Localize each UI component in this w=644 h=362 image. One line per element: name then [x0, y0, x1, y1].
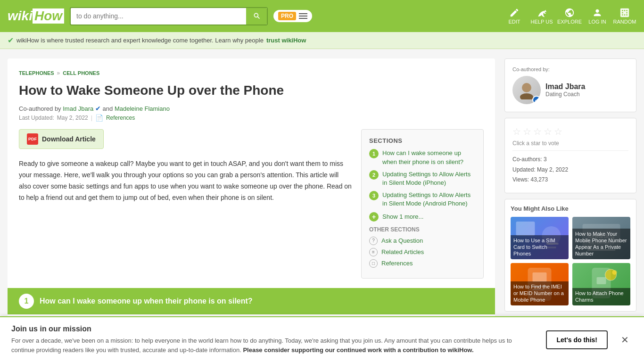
related-articles-link[interactable]: Related Articles	[381, 248, 424, 255]
last-updated-date: May 2, 2022	[57, 115, 88, 121]
cookie-banner: Join us in our mission For over a decade…	[0, 316, 644, 345]
section-link-2[interactable]: Updating Settings to Allow Alerts in Sil…	[382, 170, 476, 187]
article-main: PDF Download Article Ready to give someo…	[19, 129, 484, 278]
star-5[interactable]: ☆	[554, 126, 562, 137]
svg-point-10	[520, 93, 533, 99]
rating-stats: Co-authors: 3 Updated: May 2, 2022 Views…	[512, 150, 628, 185]
section-item-3: 3 Updating Settings to Allow Alerts in S…	[369, 191, 476, 208]
download-article-button[interactable]: PDF Download Article	[19, 129, 104, 149]
svg-rect-20	[533, 272, 547, 282]
show-more-label: Show 1 more...	[382, 213, 423, 220]
nav-item-help[interactable]: HELP US	[530, 8, 553, 25]
section-link-3[interactable]: Updating Settings to Allow Alerts in Sil…	[382, 191, 476, 208]
related-item-4[interactable]: How to Attach Phone Charms	[572, 263, 630, 305]
related-item-3[interactable]: How to Find the IMEI or MEID Number on a…	[511, 263, 569, 305]
star-1[interactable]: ☆	[512, 126, 521, 137]
nav-item-login[interactable]: LOG IN	[586, 8, 609, 25]
related-item-2[interactable]: forwarding ed numbers How to Make Your M…	[572, 217, 630, 259]
other-section-ask[interactable]: ? Ask a Question	[369, 237, 476, 245]
edit-icon	[509, 8, 520, 18]
related-item-1[interactable]: How to Use a SIM Card to Switch Phones	[511, 217, 569, 259]
other-sections-title: OTHER SECTIONS	[369, 226, 476, 233]
verified-icon: ✔	[8, 36, 14, 45]
svg-point-7	[624, 14, 626, 16]
svg-point-5	[626, 12, 627, 14]
hamburger-menu[interactable]	[299, 13, 307, 19]
section-num-2: 2	[369, 170, 379, 180]
svg-point-8	[626, 14, 627, 16]
pro-badge[interactable]: PRO	[273, 10, 312, 22]
sections-box: SECTIONS 1 How can I wake someone up whe…	[361, 129, 484, 278]
star-3[interactable]: ☆	[533, 126, 542, 137]
nav-label-random: RANDOM	[613, 19, 636, 25]
svg-point-3	[626, 10, 627, 11]
question-icon: ?	[369, 237, 378, 245]
user-icon	[592, 8, 603, 18]
related-item-3-overlay: How to Find the IMEI or MEID Number on a…	[511, 281, 569, 305]
search-icon	[253, 12, 260, 19]
references-section-link[interactable]: References	[381, 260, 413, 267]
views-stat: Views: 43,273	[512, 175, 628, 185]
cookie-close-button[interactable]: ✕	[617, 332, 633, 345]
related-card: You Might Also Like How to Use a SIM Car…	[504, 199, 636, 312]
svg-point-25	[612, 270, 617, 275]
svg-rect-11	[516, 222, 535, 236]
show-more-button[interactable]: + Show 1 more...	[369, 212, 476, 222]
help-icon	[537, 8, 547, 18]
svg-rect-26	[597, 277, 606, 284]
logo[interactable]: wikiHow	[8, 8, 64, 24]
star-rating: ☆ ☆ ☆ ☆ ☆	[512, 126, 628, 137]
related-icon: ≡	[369, 248, 378, 256]
article-title: How to Wake Someone Up over the Phone	[19, 82, 484, 99]
trust-link[interactable]: trust wikiHow	[266, 37, 306, 44]
nav-label-login: LOG IN	[588, 19, 606, 25]
nav-item-random[interactable]: RANDOM	[613, 8, 636, 25]
and-label: and	[103, 105, 113, 112]
section-item-2: 2 Updating Settings to Allow Alerts in S…	[369, 170, 476, 187]
search-bar	[70, 7, 268, 25]
show-more-icon: +	[369, 212, 379, 222]
star-2[interactable]: ☆	[523, 126, 531, 137]
sidebar: Co-authored by: ✔ Imad Jbara Dating Coac…	[504, 58, 636, 335]
breadcrumb-cell-phones[interactable]: CELL PHONES	[63, 70, 99, 76]
explore-icon	[564, 8, 575, 18]
sections-title: SECTIONS	[369, 137, 476, 144]
search-button[interactable]	[246, 8, 267, 25]
author2-link[interactable]: Madeleine Flamiano	[115, 105, 170, 112]
related-item-4-text: How to Attach Phone Charms	[575, 290, 627, 304]
author-card: Co-authored by: ✔ Imad Jbara Dating Coac…	[504, 58, 636, 112]
star-4[interactable]: ☆	[544, 126, 552, 137]
related-item-2-overlay: How to Make Your Mobile Phone Number App…	[572, 229, 630, 259]
ref-icon: 📄	[95, 114, 103, 122]
breadcrumb-telephones[interactable]: TELEPHONES	[19, 70, 54, 76]
search-input[interactable]	[71, 8, 246, 24]
author1-link[interactable]: Imad Jbara	[63, 105, 93, 112]
article-meta: Co-authored by Imad Jbara ✔ and Madelein…	[19, 105, 484, 112]
cookie-body-text: For over a decade, we've been on a missi…	[11, 337, 512, 345]
article-content: TELEPHONES » CELL PHONES How to Wake Som…	[8, 58, 495, 335]
ask-question-link[interactable]: Ask a Question	[381, 237, 423, 244]
updated-stat: Updated: May 2, 2022	[512, 165, 628, 175]
other-section-related[interactable]: ≡ Related Articles	[369, 248, 476, 256]
cookie-accept-button[interactable]: Let's do this!	[546, 330, 608, 345]
author-avatar: ✔	[512, 76, 541, 104]
related-item-2-bg: forwarding ed numbers How to Make Your M…	[572, 217, 630, 259]
svg-point-1	[622, 10, 623, 11]
author-name: Imad Jbara	[545, 82, 585, 91]
nav-item-edit[interactable]: EDIT	[503, 8, 526, 25]
svg-point-4	[622, 12, 623, 14]
section-item-1: 1 How can I wake someone up when their p…	[369, 149, 476, 166]
pro-label: PRO	[278, 12, 296, 20]
references-link[interactable]: References	[106, 115, 135, 121]
breadcrumb: TELEPHONES » CELL PHONES	[19, 70, 484, 76]
references-icon: □	[369, 259, 378, 268]
section-link-1[interactable]: How can I wake someone up when their pho…	[382, 149, 476, 166]
site-header: wikiHow PRO EDIT HELP US EXPLORE LOG I	[0, 0, 644, 32]
section-num-1: 1	[369, 149, 379, 158]
related-grid: How to Use a SIM Card to Switch Phones f…	[511, 217, 630, 305]
click-to-vote-label: Click a star to vote	[512, 140, 628, 147]
related-item-1-overlay: How to Use a SIM Card to Switch Phones	[511, 235, 569, 259]
other-section-refs[interactable]: □ References	[369, 259, 476, 268]
nav-item-explore[interactable]: EXPLORE	[557, 8, 582, 25]
author-info: ✔ Imad Jbara Dating Coach	[512, 76, 628, 104]
